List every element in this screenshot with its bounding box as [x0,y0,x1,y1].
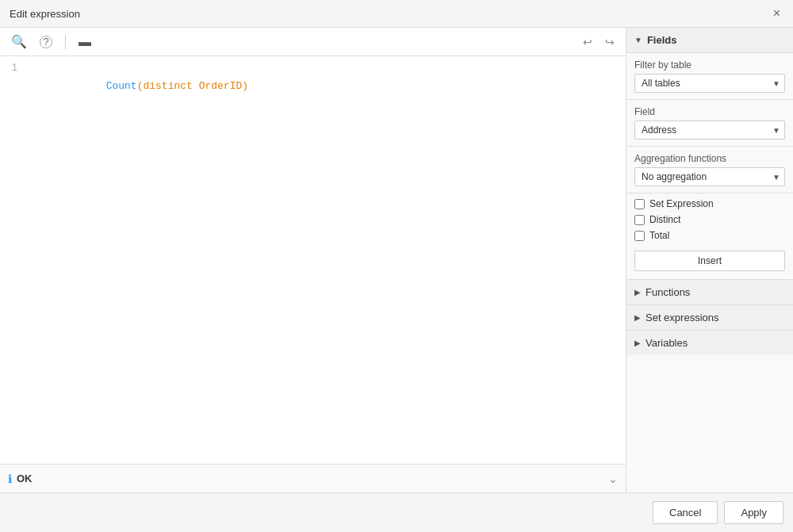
functions-arrow-icon: ▶ [634,288,641,297]
help-button[interactable]: ? [36,34,56,50]
set-expression-checkbox[interactable] [634,199,645,209]
aggregation-section: Aggregation functions No aggregation ▼ [626,147,793,193]
distinct-checkbox-item[interactable]: Distinct [634,214,785,225]
code-keyword: Count [106,80,137,92]
total-checkbox-item[interactable]: Total [634,230,785,241]
dialog-header: Edit expression × [0,0,793,28]
fields-panel-header: ▼ Fields [626,28,793,53]
variables-arrow-icon: ▶ [634,339,641,347]
search-icon: 🔍 [11,34,27,49]
variables-header[interactable]: ▶ Variables [626,331,793,355]
memo-icon: ▬ [79,35,91,49]
set-expression-label: Set Expression [649,198,714,209]
editor-content[interactable]: 1 Count(distinct OrderID) [0,56,626,464]
variables-title: Variables [646,337,688,349]
editor-status: ℹ OK Count(distinct OrderID) ⌄ [0,464,626,492]
aggregation-select[interactable]: No aggregation [634,167,785,186]
distinct-label: Distinct [649,214,680,225]
line-number: 1 [0,63,22,74]
set-expressions-arrow-icon: ▶ [634,313,641,322]
set-expression-checkbox-item[interactable]: Set Expression [634,198,785,209]
aggregation-label: Aggregation functions [634,153,785,164]
help-icon: ? [40,36,52,48]
distinct-checkbox[interactable] [634,215,645,225]
field-dropdown: Address ▼ [634,121,785,140]
filter-by-table-section: Filter by table All tables ▼ [626,53,793,100]
search-button[interactable]: 🔍 [8,33,30,51]
fields-header-title: Fields [647,34,677,46]
insert-btn-container: Insert [626,246,793,279]
functions-title: Functions [646,286,690,298]
redo-icon: ↪ [605,36,615,48]
variables-section: ▶ Variables [626,330,793,355]
total-checkbox[interactable] [634,231,645,241]
code-args: (distinct OrderID) [137,80,248,92]
aggregation-dropdown: No aggregation ▼ [634,167,785,186]
field-select[interactable]: Address [634,121,785,140]
redo-button[interactable]: ↪ [602,34,618,50]
close-button[interactable]: × [770,6,783,21]
undo-button[interactable]: ↩ [580,34,596,50]
total-label: Total [649,230,669,241]
fields-collapse-arrow: ▼ [634,36,642,44]
set-expressions-header[interactable]: ▶ Set expressions [626,305,793,330]
code-line: Count(distinct OrderID) [32,63,619,109]
functions-header[interactable]: ▶ Functions [626,280,793,304]
status-left: ℹ OK [8,473,33,485]
edit-expression-dialog: Edit expression × 🔍 ? ▬ ↩ [0,0,793,532]
set-expressions-title: Set expressions [646,312,719,323]
status-info-icon: ℹ [8,473,12,485]
dialog-title: Edit expression [10,8,80,20]
field-label: Field [634,106,785,117]
status-chevron-icon[interactable]: ⌄ [608,473,618,485]
code-area: Count(distinct OrderID) [32,63,619,109]
editor-panel: 🔍 ? ▬ ↩ ↪ 1 [0,28,626,492]
undo-icon: ↩ [583,36,592,48]
checkbox-group: Set Expression Distinct Total [626,193,793,246]
filter-by-table-dropdown: All tables ▼ [634,74,785,93]
filter-by-table-select[interactable]: All tables [634,74,785,93]
editor-toolbar: 🔍 ? ▬ ↩ ↪ [0,28,626,56]
field-section: Field Address ▼ [626,100,793,147]
insert-button[interactable]: Insert [634,251,785,271]
apply-button[interactable]: Apply [724,501,783,524]
filter-by-table-label: Filter by table [634,59,785,71]
dialog-footer: Cancel Apply [0,492,793,532]
memo-button[interactable]: ▬ [75,33,94,51]
dialog-body: 🔍 ? ▬ ↩ ↪ 1 [0,28,793,492]
cancel-button[interactable]: Cancel [653,501,718,524]
set-expressions-section: ▶ Set expressions [626,304,793,330]
status-ok-label: OK [17,473,33,484]
fields-panel: ▼ Fields Filter by table All tables ▼ Fi… [626,28,793,492]
functions-section: ▶ Functions [626,279,793,304]
toolbar-separator [65,35,66,49]
